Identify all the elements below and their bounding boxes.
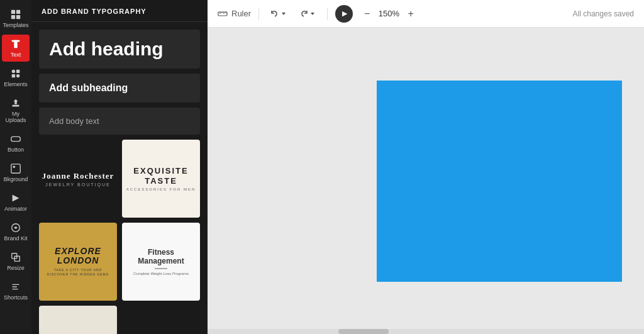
sidebar-item-button[interactable]: Button	[2, 130, 30, 157]
svg-rect-3	[16, 15, 20, 19]
undo-button[interactable]	[267, 7, 291, 21]
shortcuts-icon	[10, 281, 21, 292]
template-joanne[interactable]: Joanne Rochester Jewelry Boutique	[39, 140, 117, 218]
svg-rect-5	[14, 40, 17, 48]
grid-icon	[10, 9, 21, 20]
template-rosebud[interactable]: ROSE BUD EXCLUSIVE RESTAURANT	[122, 306, 200, 334]
zoom-out-button[interactable]: −	[360, 7, 374, 21]
explore-sub: TAKE A CITY TOUR AND DISCOVER THE HIDDEN…	[45, 268, 111, 277]
svg-rect-0	[11, 10, 15, 14]
background-icon	[10, 163, 21, 174]
template-exquisite[interactable]: EXQUISITE TASTE ACCESSORIES FOR MEN	[122, 140, 200, 218]
joanne-name: Joanne Rochester	[42, 171, 114, 181]
panel-content: Add heading Add subheading Add body text…	[31, 22, 208, 334]
animator-icon	[10, 192, 21, 204]
redo-button[interactable]	[296, 7, 319, 21]
canvas-scrollbar-thumb[interactable]	[338, 329, 389, 334]
zoom-controls: − 150% +	[360, 7, 418, 21]
svg-point-12	[13, 166, 16, 169]
saved-status: All changes saved	[573, 9, 634, 18]
svg-rect-1	[16, 10, 20, 14]
svg-rect-11	[11, 164, 20, 173]
resize-icon	[10, 252, 21, 263]
undo-icon	[270, 9, 279, 18]
sidebar-item-templates[interactable]: Templates	[2, 5, 30, 32]
canvas-blue-rect[interactable]	[377, 81, 622, 282]
fitness-sub: Complete Weight Loss Programs	[133, 272, 189, 276]
redo-icon	[299, 9, 308, 18]
svg-point-9	[16, 74, 19, 77]
typography-panel: ADD BRAND TYPOGRAPHY Add heading Add sub…	[31, 0, 208, 334]
text-icon	[10, 38, 21, 50]
template-explore[interactable]: EXPLORE LONDON TAKE A CITY TOUR AND DISC…	[39, 223, 117, 301]
elements-icon	[10, 68, 21, 79]
sidebar-item-text[interactable]: Text	[2, 35, 30, 62]
fitness-title: Fitness Management	[128, 248, 194, 266]
joanne-sub: Jewelry Boutique	[45, 182, 110, 187]
sidebar-item-brand-kit[interactable]: Brand Kit	[2, 218, 30, 245]
exquisite-sub: ACCESSORIES FOR MEN	[126, 187, 196, 191]
toolbar-sep-2	[327, 8, 328, 20]
undo-dropdown-icon	[280, 11, 287, 17]
add-heading-option[interactable]: Add heading	[39, 30, 200, 69]
add-body-option[interactable]: Add body text	[39, 108, 200, 135]
main-area: Ruler ▶ − 150%	[208, 0, 644, 334]
sidebar-item-shortcuts[interactable]: Shortcuts	[2, 277, 30, 304]
add-subheading-option[interactable]: Add subheading	[39, 74, 200, 103]
ruler-control[interactable]: Ruler	[218, 9, 251, 19]
sidebar-item-bkground[interactable]: Bkground	[2, 159, 30, 186]
sidebar-item-elements[interactable]: Elements	[2, 64, 30, 91]
svg-rect-2	[11, 15, 15, 19]
button-icon	[10, 133, 21, 145]
svg-rect-7	[16, 70, 19, 73]
explore-title: EXPLORE LONDON	[45, 247, 111, 266]
exquisite-title: EXQUISITE TASTE	[122, 166, 200, 186]
toolbar: Ruler ▶ − 150%	[208, 0, 644, 28]
canvas-scrollbar[interactable]	[208, 329, 644, 334]
play-button[interactable]: ▶	[335, 5, 353, 23]
svg-rect-8	[12, 74, 15, 77]
canvas-area[interactable]	[208, 28, 644, 334]
brand-icon	[10, 222, 21, 233]
svg-point-6	[12, 70, 15, 73]
sidebar-item-my-uploads[interactable]: My Uploads	[2, 94, 30, 127]
sidebar-item-animator[interactable]: Animator	[2, 189, 30, 216]
template-fitness[interactable]: Fitness Management Complete Weight Loss …	[122, 223, 200, 301]
template-organic[interactable]: 100% NATURAL ORGANIC BODY LINE Explore o…	[39, 306, 117, 334]
zoom-value: 150%	[376, 9, 401, 18]
icon-bar: Templates Text Elements My Uploads Butto…	[0, 0, 31, 334]
template-grid: Joanne Rochester Jewelry Boutique EXQUIS…	[39, 140, 200, 334]
panel-title: ADD BRAND TYPOGRAPHY	[31, 0, 208, 22]
fitness-divider	[155, 268, 167, 269]
redo-dropdown-icon	[309, 11, 316, 17]
zoom-in-button[interactable]: +	[404, 7, 417, 21]
sidebar-item-resize[interactable]: Resize	[2, 248, 30, 275]
svg-rect-10	[11, 136, 20, 141]
ruler-icon	[218, 9, 228, 19]
toolbar-sep-1	[258, 8, 259, 20]
upload-icon	[10, 97, 21, 109]
